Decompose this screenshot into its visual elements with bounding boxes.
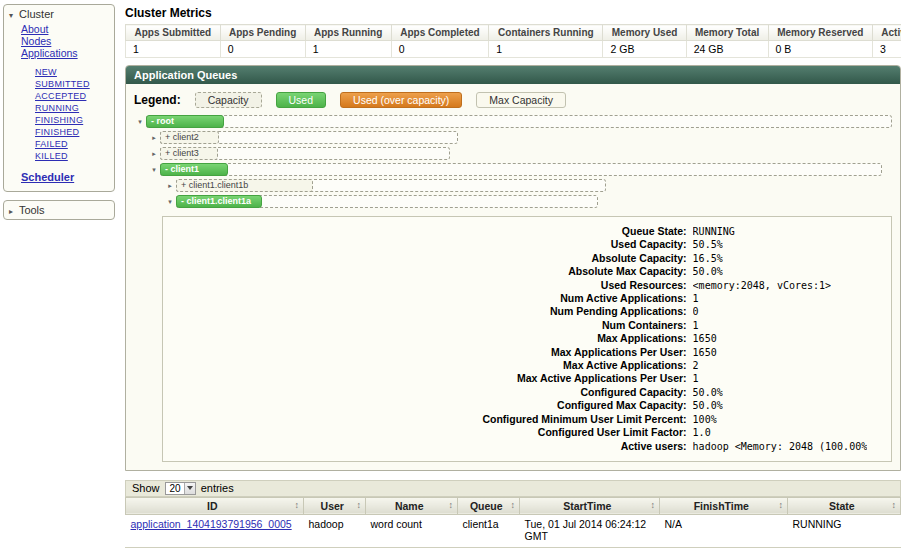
- detail-value: 1650: [693, 332, 717, 345]
- metric-memory-total: 24 GB: [686, 41, 768, 58]
- metric-apps-completed: 0: [391, 41, 489, 58]
- tools-nav-header[interactable]: ▸ Tools: [9, 204, 109, 216]
- application-link[interactable]: application_1404193791956_0005: [131, 518, 292, 530]
- cluster-metrics-table-wrap: Apps Submitted Apps Pending Apps Running…: [125, 24, 901, 58]
- legend-title: Legend:: [134, 93, 181, 107]
- detail-label: Configured Minimum User Limit Percent:: [167, 413, 693, 426]
- col-header-id[interactable]: ID↕: [126, 497, 304, 514]
- queue-used-bar[interactable]: - client1: [160, 163, 228, 176]
- detail-row-max-active-apps: Max Active Applications:2: [167, 359, 887, 372]
- sort-icon: ↕: [892, 500, 897, 510]
- queue-capacity-bar[interactable]: + client2: [160, 131, 219, 144]
- detail-label: Max Active Applications Per User:: [167, 372, 693, 385]
- metrics-col-memory-reserved: Memory Reserved: [768, 25, 872, 41]
- entries-label: entries: [201, 482, 234, 494]
- detail-value: 50.5%: [693, 238, 723, 251]
- cell-id: application_1404193791956_0005: [126, 514, 304, 545]
- queue-max-capacity-bar[interactable]: - client1.client1a: [176, 195, 598, 208]
- col-header-user[interactable]: User↕: [304, 497, 366, 514]
- legend: Legend: Capacity Used Used (over capacit…: [134, 92, 892, 108]
- sidebar-item-submitted[interactable]: SUBMITTED: [35, 79, 90, 89]
- metric-apps-pending: 0: [220, 41, 305, 58]
- application-queues-header: Application Queues: [126, 66, 900, 84]
- expand-toggle-icon[interactable]: ▾: [164, 198, 176, 206]
- page-size-select[interactable]: 20: [165, 482, 196, 495]
- show-entries-bar: Show 20 entries: [125, 480, 901, 497]
- cell-finishtime: N/A: [660, 514, 788, 545]
- detail-row-user-limit-factor: Configured User Limit Factor:1.0: [167, 426, 887, 439]
- sidebar-item-about[interactable]: About: [21, 23, 48, 35]
- legend-used: Used: [276, 92, 327, 108]
- tools-nav-box: ▸ Tools: [3, 200, 115, 220]
- sidebar: ▾ Cluster About Nodes Applications NEW S…: [3, 4, 115, 228]
- detail-value: 0: [693, 305, 699, 318]
- applications-table: ID↕ User↕ Name↕ Queue↕ StartTime↕ Finish…: [125, 497, 901, 545]
- sidebar-item-running[interactable]: RUNNING: [35, 103, 79, 113]
- sort-icon: ↕: [449, 500, 454, 510]
- show-label: Show: [132, 482, 160, 494]
- queue-max-capacity-bar[interactable]: + client3: [160, 147, 450, 160]
- detail-label: Absolute Max Capacity:: [167, 265, 693, 278]
- legend-used-over-capacity: Used (over capacity): [340, 92, 462, 108]
- col-header-name[interactable]: Name↕: [366, 497, 458, 514]
- detail-label: Max Applications Per User:: [167, 346, 693, 359]
- expand-toggle-icon[interactable]: ▸: [148, 150, 160, 158]
- metrics-col-memory-used: Memory Used: [603, 25, 686, 41]
- metric-memory-reserved: 0 B: [768, 41, 872, 58]
- tools-nav-title: Tools: [19, 204, 45, 216]
- sort-icon: ↕: [779, 500, 784, 510]
- detail-row-num-active-apps: Num Active Applications:1: [167, 292, 887, 305]
- queue-max-capacity-bar[interactable]: + client1.client1b: [176, 179, 606, 192]
- detail-row-absolute-capacity: Absolute Capacity:16.5%: [167, 252, 887, 265]
- detail-value: <memory:2048, vCores:1>: [693, 279, 831, 292]
- queue-max-capacity-bar[interactable]: + client2: [160, 131, 458, 144]
- queue-max-capacity-bar[interactable]: - root: [146, 115, 892, 128]
- detail-row-max-apps-per-user: Max Applications Per User:1650: [167, 346, 887, 359]
- expand-toggle-icon[interactable]: ▸: [148, 134, 160, 142]
- sidebar-item-finishing[interactable]: FINISHING: [35, 115, 83, 125]
- queue-max-capacity-bar[interactable]: - client1: [160, 163, 882, 176]
- sidebar-item-nodes[interactable]: Nodes: [21, 35, 51, 47]
- expand-toggle-icon[interactable]: ▾: [148, 166, 160, 174]
- sort-icon: ↕: [295, 500, 300, 510]
- detail-value: 50.0%: [693, 399, 723, 412]
- sidebar-item-accepted[interactable]: ACCEPTED: [35, 91, 86, 101]
- detail-value: 16.5%: [693, 252, 723, 265]
- sidebar-item-scheduler[interactable]: Scheduler: [21, 171, 74, 183]
- col-header-state[interactable]: State↕: [788, 497, 901, 514]
- queue-capacity-bar[interactable]: + client3: [160, 147, 218, 160]
- sidebar-item-new[interactable]: NEW: [35, 67, 57, 77]
- cluster-nav-header[interactable]: ▾ Cluster: [9, 8, 109, 20]
- queue-capacity-bar[interactable]: + client1.client1b: [176, 179, 313, 192]
- col-header-starttime[interactable]: StartTime↕: [520, 497, 660, 514]
- col-label: ID: [207, 500, 218, 512]
- queue-label-client3: + client3: [165, 148, 199, 158]
- sidebar-item-failed[interactable]: FAILED: [35, 139, 68, 149]
- detail-value: 1: [693, 319, 699, 332]
- metrics-col-apps-running: Apps Running: [305, 25, 391, 41]
- detail-value: hadoop <Memory: 2048 (100.00%: [693, 440, 868, 453]
- col-header-finishtime[interactable]: FinishTime↕: [660, 497, 788, 514]
- col-header-queue[interactable]: Queue↕: [458, 497, 520, 514]
- sidebar-item-finished[interactable]: FINISHED: [35, 127, 79, 137]
- chevron-right-icon: ▸: [9, 207, 13, 216]
- expand-toggle-icon[interactable]: ▾: [134, 118, 146, 126]
- queue-used-bar[interactable]: - client1.client1a: [176, 195, 262, 208]
- queue-used-bar[interactable]: - root: [146, 115, 224, 128]
- queue-row-client1: ▾ - client1: [148, 163, 892, 176]
- queue-row-client3: ▸ + client3: [148, 147, 892, 160]
- sidebar-item-killed[interactable]: KILLED: [35, 151, 68, 161]
- metric-memory-used: 2 GB: [603, 41, 686, 58]
- cluster-nav-box: ▾ Cluster About Nodes Applications NEW S…: [3, 4, 115, 192]
- detail-value: 1: [693, 372, 699, 385]
- metrics-col-containers-running: Containers Running: [489, 25, 603, 41]
- detail-value: 1650: [693, 346, 717, 359]
- metrics-col-active-nodes: Active Nodes: [873, 25, 901, 41]
- metrics-col-apps-pending: Apps Pending: [220, 25, 305, 41]
- queue-tree: ▾ - root ▸ + client2: [134, 115, 892, 208]
- detail-value: 100%: [693, 413, 717, 426]
- expand-toggle-icon[interactable]: ▸: [164, 182, 176, 190]
- cell-queue: client1a: [458, 514, 520, 545]
- sidebar-item-applications[interactable]: Applications: [21, 47, 78, 59]
- detail-label: Num Pending Applications:: [167, 305, 693, 318]
